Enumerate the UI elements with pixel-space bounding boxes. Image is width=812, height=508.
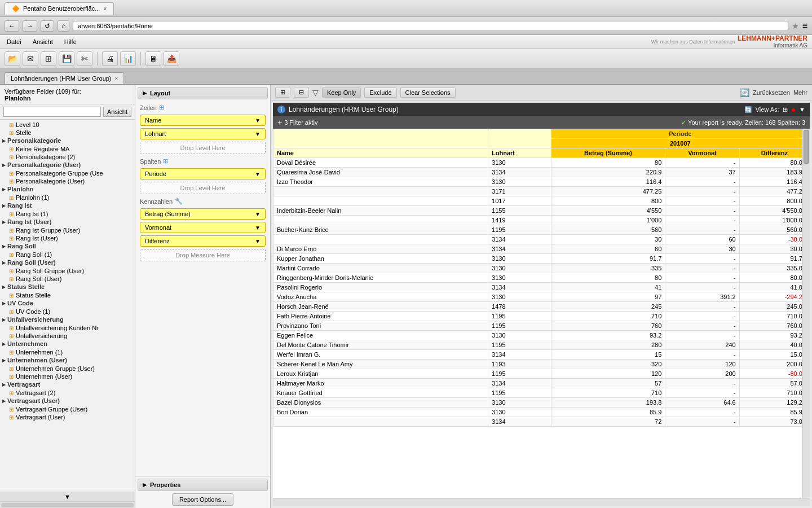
list-item[interactable]: ⊞ Rang Soll Gruppe (User) [0,267,135,275]
table-row[interactable]: Izzo Theodor3130116.4-116.40 [273,177,810,187]
table-row[interactable]: Leroux Kristjan1195120200-80.00 [273,369,810,379]
list-item[interactable]: ⊞ UV Code (1) [0,308,135,316]
list-item[interactable]: ⊞ Vertragsart (2) [0,389,135,397]
h-scrollbar-bottom[interactable] [273,499,810,506]
table-row[interactable]: Knauer Gottfried1195710-710.00 [273,388,810,398]
list-item-category[interactable]: ▸ Personalkategorie (User) [0,161,135,169]
scroll-down-arrow[interactable]: ▼ [0,492,135,501]
nav-btn[interactable]: 🖥 [145,51,161,66]
table-row[interactable]: Quaresima José-David3134220.937183.90 [273,168,810,177]
forward-btn[interactable]: → [23,20,37,32]
table-row[interactable]: Inderbitzin-Beeler Nalin11554'550-4'550.… [273,206,810,216]
more-btn[interactable]: Mehr [793,89,807,96]
table-row[interactable]: Bori Dorian313085.9-85.90 [273,408,810,417]
list-item-category[interactable]: ▸ Vertragsart [0,380,135,389]
list-item[interactable]: ⊞ Stelle [0,129,135,137]
menu-hilfe[interactable]: Hilfe [62,37,79,46]
list-item-category[interactable]: ▸ Unfallversicherung [0,316,135,324]
filter-icon[interactable]: ▽ [312,88,319,97]
list-item[interactable]: ⊞ Rang Ist (1) [0,210,135,218]
betrag-field[interactable]: Betrag (Summe) ▼ [140,208,266,220]
table-row[interactable]: Di Marco Erno3134603030.00 [273,244,810,254]
table-row[interactable]: Werfel Imran G.313415-15.00 [273,350,810,360]
name-field[interactable]: Name ▼ [140,115,266,126]
menu-datei[interactable]: Datei [5,37,24,46]
list-item-category[interactable]: ▸ Unternehmen [0,340,135,348]
table-view-btn[interactable]: ⊞ [275,87,290,98]
menu-ansicht[interactable]: Ansicht [30,37,55,46]
upload-btn[interactable]: 📤 [164,51,179,66]
table-row[interactable]: Bucher-Kunz Brice1195560-560.00 [273,225,810,235]
bookmark-icon[interactable]: ★ [792,21,799,30]
tab-close-btn[interactable]: × [103,6,107,12]
table-row[interactable]: 14191'000-1'000.00 [273,216,810,225]
cut-btn[interactable]: ✄ [77,51,92,66]
list-item[interactable]: ⊞ Personalkategorie (User) [0,177,135,185]
differenz-field[interactable]: Differenz ▼ [140,235,266,247]
menu-icon[interactable]: ≡ [802,21,807,31]
h-scrollbar[interactable] [0,501,135,508]
table-row[interactable]: Eggen Felice313093.2-93.20 [273,331,810,340]
kennzahlen-drop-zone[interactable]: Drop Measure Here [140,249,266,261]
home-btn[interactable]: ⌂ [58,20,69,32]
table-row[interactable]: Del Monte Catone Tihomir119528024040.00 [273,340,810,350]
split-view-btn[interactable]: ⊟ [294,87,309,98]
list-item[interactable]: ⊞ Planlohn (1) [0,194,135,202]
view-as-icon[interactable]: 🔄 [744,106,752,113]
data-table-container[interactable]: Periode 201007 Name Lohnart Betrag (Summ… [273,129,810,498]
list-item[interactable]: ⊞ Personalkategorie Gruppe (Use [0,169,135,177]
list-item[interactable]: ⊞ Unternehmen Gruppe (User) [0,365,135,373]
list-item[interactable]: ⊞ Unfallversicherung Kunden Nr [0,324,135,332]
list-item-category[interactable]: ▸ Rang Soll [0,242,135,251]
address-bar[interactable] [73,21,788,31]
list-item[interactable]: ⊞ Keine Reguläre MA [0,145,135,153]
table-row[interactable]: Kupper Jonathan313091.7-91.70 [273,254,810,264]
reset-btn[interactable]: Zurücksetzen [753,89,790,96]
table-row[interactable]: Pasolini Rogerio313441-41.00 [273,283,810,292]
list-item-category[interactable]: ▸ Rang Ist (User) [0,218,135,226]
list-item[interactable]: ⊞ Unfallversicherung [0,332,135,340]
list-item-category[interactable]: ▸ Rang Ist [0,202,135,210]
clear-selections-btn[interactable]: Clear Selections [400,87,456,98]
list-item[interactable]: ⊞ Vertragsart (User) [0,413,135,421]
table-icon[interactable]: ⊞ [783,106,788,113]
keep-only-btn[interactable]: Keep Only [322,87,361,98]
list-item-category[interactable]: ▸ Planlohn [0,185,135,194]
field-search-input[interactable] [3,107,101,117]
table-row[interactable]: Scherer-Kenel Le Man Amy1193320120200.00 [273,360,810,369]
list-item-category[interactable]: ▸ Rang Soll (User) [0,259,135,267]
export-btn[interactable]: 📊 [120,51,136,66]
report-options-btn[interactable]: Report Options... [172,493,233,506]
list-item[interactable]: ⊞ Rang Ist (User) [0,234,135,242]
doc-tab-close[interactable]: × [115,76,118,82]
list-item[interactable]: ⊞ Level 10 [0,121,135,129]
table-row[interactable]: Ringgenberg-Minder Doris-Melanie313080-8… [273,273,810,283]
lohnart-field[interactable]: Lohnart ▼ [140,128,266,139]
list-item-category[interactable]: ▸ Personalkategorie [0,137,135,145]
zeilen-drop-zone[interactable]: Drop Level Here [140,142,266,154]
table-row[interactable]: Martini Corrado3130335-335.00 [273,264,810,273]
list-item-category[interactable]: ▸ Status Stelle [0,283,135,291]
list-item-category[interactable]: ▸ UV Code [0,299,135,308]
periode-field[interactable]: Periode ▼ [140,168,266,179]
list-item[interactable]: ⊞ Unternehmen (1) [0,348,135,356]
list-item[interactable]: ⊞ Rang Soll (User) [0,275,135,283]
list-item-category[interactable]: ▸ Vertragsart (User) [0,397,135,405]
list-item[interactable]: ⊞ Personalkategorie (2) [0,153,135,161]
table-row[interactable]: 1017800-800.00 [273,196,810,206]
list-item[interactable]: ⊞ Vertragsart Gruppe (User) [0,405,135,413]
table-row[interactable]: 31343060-30.00 [273,235,810,244]
table-row[interactable]: Doval Désirée313080-80.00 [273,158,810,168]
table-row[interactable]: Fath Pierre-Antoine1195710-710.00 [273,312,810,321]
table-row[interactable]: Horsch Jean-René1478245-245.00 [273,302,810,312]
back-btn[interactable]: ← [5,20,19,32]
add-filter-btn[interactable]: + [277,118,282,127]
doc-tab[interactable]: Lohnänderungen (HRM User Group) × [5,72,124,84]
table-row[interactable]: Vodoz Anucha313097391.2-294.20 [273,292,810,302]
dropdown-arrow-icon[interactable]: ▼ [799,106,805,113]
list-item[interactable]: ⊞ Rang Soll (1) [0,251,135,259]
list-item[interactable]: ⊞ Status Stelle [0,291,135,299]
list-item-category[interactable]: ▸ Unternehmen (User) [0,356,135,365]
refresh-icon[interactable]: 🔄 [740,88,749,97]
open-btn[interactable]: 📂 [5,51,20,66]
